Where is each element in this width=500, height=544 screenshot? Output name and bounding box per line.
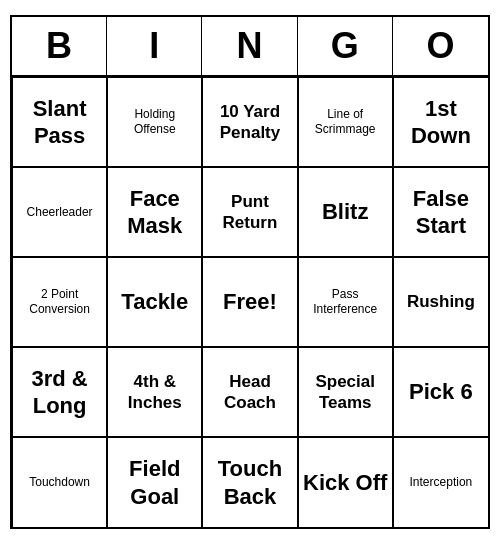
bingo-cell: 10 Yard Penalty bbox=[202, 77, 297, 167]
cell-label: Holding Offense bbox=[112, 107, 197, 137]
header-letter: I bbox=[107, 17, 202, 75]
bingo-cell: Field Goal bbox=[107, 437, 202, 527]
header-letter: G bbox=[298, 17, 393, 75]
cell-label: Head Coach bbox=[207, 371, 292, 414]
cell-label: Slant Pass bbox=[17, 95, 102, 150]
cell-label: 4th & Inches bbox=[112, 371, 197, 414]
bingo-cell: 2 Point Conversion bbox=[12, 257, 107, 347]
bingo-cell: Touch Back bbox=[202, 437, 297, 527]
cell-label: 2 Point Conversion bbox=[17, 287, 102, 317]
cell-label: Kick Off bbox=[303, 469, 387, 497]
bingo-cell: Tackle bbox=[107, 257, 202, 347]
cell-label: 3rd & Long bbox=[17, 365, 102, 420]
bingo-cell: 3rd & Long bbox=[12, 347, 107, 437]
bingo-cell: Blitz bbox=[298, 167, 393, 257]
bingo-header: BINGO bbox=[12, 17, 488, 77]
bingo-cell: Pass Interference bbox=[298, 257, 393, 347]
cell-label: Special Teams bbox=[303, 371, 388, 414]
cell-label: Interception bbox=[410, 475, 473, 490]
cell-label: 10 Yard Penalty bbox=[207, 101, 292, 144]
bingo-cell: Cheerleader bbox=[12, 167, 107, 257]
header-letter: O bbox=[393, 17, 488, 75]
header-letter: B bbox=[12, 17, 107, 75]
cell-label: Punt Return bbox=[207, 191, 292, 234]
cell-label: Cheerleader bbox=[27, 205, 93, 220]
bingo-cell: Pick 6 bbox=[393, 347, 488, 437]
cell-label: Blitz bbox=[322, 198, 368, 226]
cell-label: Rushing bbox=[407, 291, 475, 312]
bingo-cell: Interception bbox=[393, 437, 488, 527]
cell-label: Field Goal bbox=[112, 455, 197, 510]
bingo-cell: Head Coach bbox=[202, 347, 297, 437]
bingo-cell: Kick Off bbox=[298, 437, 393, 527]
bingo-cell: Touchdown bbox=[12, 437, 107, 527]
cell-label: 1st Down bbox=[398, 95, 484, 150]
cell-label: Touchdown bbox=[29, 475, 90, 490]
bingo-cell: Special Teams bbox=[298, 347, 393, 437]
cell-label: Tackle bbox=[121, 288, 188, 316]
bingo-cell: Slant Pass bbox=[12, 77, 107, 167]
bingo-cell: 1st Down bbox=[393, 77, 488, 167]
bingo-cell: Free! bbox=[202, 257, 297, 347]
bingo-grid: Slant PassHolding Offense10 Yard Penalty… bbox=[12, 77, 488, 527]
bingo-card: BINGO Slant PassHolding Offense10 Yard P… bbox=[10, 15, 490, 529]
bingo-cell: Line of Scrimmage bbox=[298, 77, 393, 167]
bingo-cell: Holding Offense bbox=[107, 77, 202, 167]
header-letter: N bbox=[202, 17, 297, 75]
cell-label: False Start bbox=[398, 185, 484, 240]
cell-label: Pass Interference bbox=[303, 287, 388, 317]
bingo-cell: Rushing bbox=[393, 257, 488, 347]
cell-label: Pick 6 bbox=[409, 378, 473, 406]
bingo-cell: Face Mask bbox=[107, 167, 202, 257]
bingo-cell: Punt Return bbox=[202, 167, 297, 257]
cell-label: Free! bbox=[223, 288, 277, 316]
bingo-cell: False Start bbox=[393, 167, 488, 257]
cell-label: Line of Scrimmage bbox=[303, 107, 388, 137]
cell-label: Touch Back bbox=[207, 455, 292, 510]
bingo-cell: 4th & Inches bbox=[107, 347, 202, 437]
cell-label: Face Mask bbox=[112, 185, 197, 240]
